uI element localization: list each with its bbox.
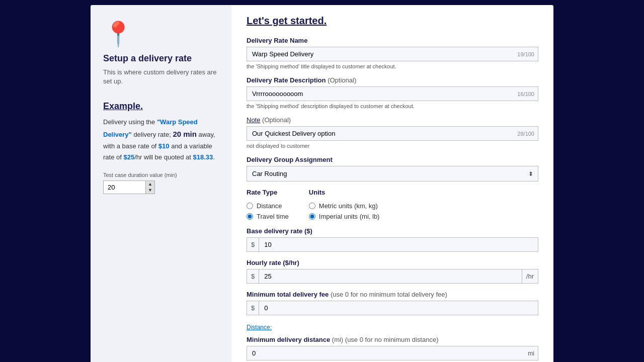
min-fee-hint-inline: (use 0 for no minimum total delivery fee… [331,291,447,298]
delivery-rate-name-wrap: 19/100 [247,47,538,61]
example-text: Delivery using the "Warp Speed Delivery"… [103,117,219,163]
units-label: Units [309,189,380,196]
base-rate-prefix: $ [247,238,259,251]
rate-type-travel-label: Travel time [257,213,289,220]
min-fee-wrap: $ [247,301,538,315]
test-case-input[interactable] [103,180,146,194]
delivery-rate-desc-label: Delivery Rate Description (Optional) [247,76,538,84]
units-metric-radio[interactable] [309,203,315,209]
spinner-down-button[interactable]: ▼ [146,188,154,194]
hourly-rate-section: Hourly rate ($/hr) $ /hr [247,259,538,284]
rate-type-distance-radio[interactable] [247,203,253,209]
distance-link[interactable]: Distance: [247,324,272,331]
min-fee-input[interactable] [259,301,538,315]
example-text-2: delivery rate; [132,131,173,138]
delivery-rate-name-hint: the 'Shipping method' title displayed to… [247,63,538,69]
note-optional: (Optional) [262,116,291,124]
delivery-rate-desc-optional: (Optional) [328,76,356,84]
min-fee-label: Minimum total delivery fee (use 0 for no… [247,291,538,298]
example-rate: $25 [123,153,134,161]
delivery-rate-desc-wrap: 16/100 [247,86,538,101]
rate-type-label: Rate Type [247,189,289,196]
hourly-rate-label: Hourly rate ($/hr) [247,259,538,266]
example-text-6: . [213,153,215,161]
base-rate-input[interactable] [259,238,538,251]
rate-type-travel-radio[interactable] [247,213,253,220]
units-metric-label: Metric units (km, kg) [319,202,378,210]
units-group: Units Metric units (km, kg) Imperial uni… [309,189,380,220]
delivery-group-section: Delivery Group Assignment Car Routing Bi… [247,156,538,182]
test-case-spinner: ▲ ▼ [146,180,155,194]
rate-type-travel-option[interactable]: Travel time [247,213,289,220]
delivery-group-label: Delivery Group Assignment [247,156,538,163]
test-case-label: Test case duration value (min) [103,172,219,178]
units-imperial-option[interactable]: Imperial units (mi, lb) [309,213,380,220]
setup-desc: This is where custom delivery rates are … [103,68,219,86]
rate-type-distance-option[interactable]: Distance [247,202,289,210]
left-panel: 📍 Setup a delivery rate This is where cu… [91,5,231,362]
example-total: $18.33 [193,153,213,161]
hourly-rate-suffix: /hr [522,269,538,283]
example-base: $10 [158,142,170,150]
delivery-rate-desc-count: 16/100 [517,91,534,97]
page-title: Let's get started. [247,15,538,27]
units-metric-option[interactable]: Metric units (km, kg) [309,202,380,210]
note-input[interactable] [247,126,538,141]
min-dist-section: Minimum delivery distance (mi) (use 0 fo… [247,336,538,360]
example-text-1: Delivery using the [103,118,157,126]
test-case-input-wrap: ▲ ▼ [103,180,158,194]
base-rate-wrap: $ [247,237,538,252]
main-container: 📍 Setup a delivery rate This is where cu… [91,5,553,362]
example-text-5: /hr will be quoted at [134,153,193,161]
hourly-rate-prefix: $ [247,269,259,283]
delivery-rate-name-label: Delivery Rate Name [247,37,538,44]
delivery-group-select[interactable]: Car Routing Bike Routing Walk Routing [247,166,538,182]
base-rate-section: Base delivery rate ($) $ [247,227,538,252]
delivery-rate-desc-hint: the 'Shipping method' description displa… [247,103,538,109]
min-fee-prefix: $ [247,301,259,315]
delivery-group-select-wrap: Car Routing Bike Routing Walk Routing ⬍ [247,166,538,182]
spinner-up-button[interactable]: ▲ [146,181,154,188]
min-dist-suffix: mi [528,350,534,357]
hourly-rate-wrap: $ /hr [247,269,538,284]
example-title: Example. [103,101,219,112]
delivery-rate-desc-section: Delivery Rate Description (Optional) 16/… [247,76,538,109]
min-dist-input[interactable] [247,346,538,360]
min-dist-label: Minimum delivery distance (mi) (use 0 fo… [247,336,538,343]
units-imperial-radio[interactable] [309,213,315,220]
delivery-rate-desc-input[interactable] [247,86,538,101]
setup-title: Setup a delivery rate [103,53,219,64]
delivery-rate-name-section: Delivery Rate Name 19/100 the 'Shipping … [247,37,538,69]
note-count: 28/100 [517,131,534,137]
delivery-rate-name-input[interactable] [247,47,538,61]
right-panel: Let's get started. Delivery Rate Name 19… [231,5,553,362]
base-rate-label: Base delivery rate ($) [247,227,538,235]
location-icon: 📍 [103,20,219,48]
rate-type-group: Rate Type Distance Travel time [247,189,289,220]
example-time: 20 min [173,130,197,138]
delivery-rate-name-count: 19/100 [517,51,534,57]
hourly-rate-input[interactable] [259,269,522,283]
rate-units-row: Rate Type Distance Travel time Units Met… [247,189,538,220]
note-wrap: 28/100 [247,126,538,141]
units-imperial-label: Imperial units (mi, lb) [319,213,380,220]
note-hint: not displayed to customer [247,143,538,149]
min-dist-wrap: mi [247,346,538,360]
min-fee-section: Minimum total delivery fee (use 0 for no… [247,291,538,315]
note-section: Note (Optional) 28/100 not displayed to … [247,116,538,149]
note-label: Note (Optional) [247,116,538,124]
rate-type-distance-label: Distance [257,202,282,210]
